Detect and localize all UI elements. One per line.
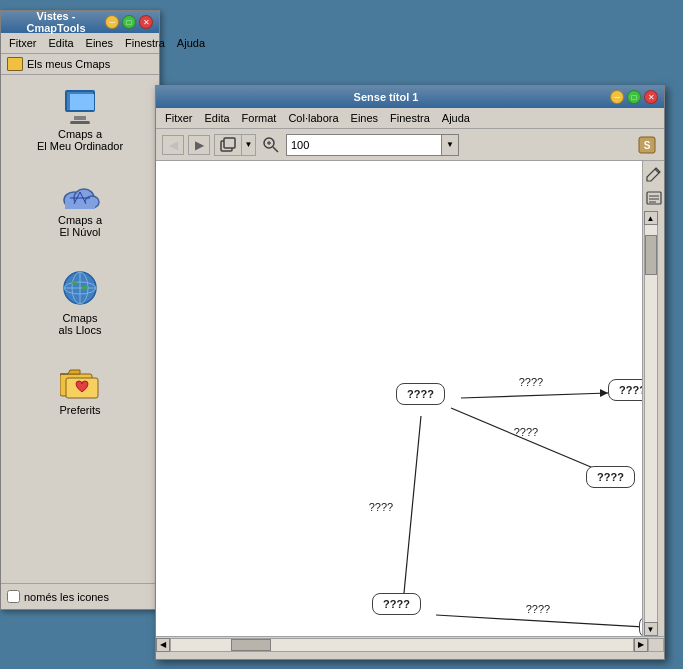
vistes-titlebar: Vistes - CmapTools ─ □ ✕ xyxy=(1,11,159,33)
folder-label: Els meus Cmaps xyxy=(27,58,110,70)
svg-line-27 xyxy=(404,416,421,593)
svg-line-25 xyxy=(451,408,598,470)
sense-menu-edita[interactable]: Edita xyxy=(200,110,235,126)
svg-rect-3 xyxy=(65,202,95,209)
sense-canvas[interactable]: ???? ???? ???? ???? ???? ???? xyxy=(156,161,642,636)
vistes-maximize-btn[interactable]: □ xyxy=(122,15,136,29)
vistes-menubar: Fitxer Edita Eines Finestra Ajuda xyxy=(1,33,159,54)
svg-text:S: S xyxy=(644,140,651,151)
only-icons-label[interactable]: només les icones xyxy=(24,591,109,603)
scroll-thumb-h[interactable] xyxy=(231,639,271,651)
vistes-close-btn[interactable]: ✕ xyxy=(139,15,153,29)
folder-icon xyxy=(7,57,23,71)
sense-title: Sense títol 1 xyxy=(162,91,610,103)
scroll-right-button[interactable]: ▶ xyxy=(634,638,648,652)
scroll-track-v[interactable] xyxy=(644,225,658,622)
nav-item-favorites-label: Preferits xyxy=(60,404,101,416)
vistes-window: Vistes - CmapTools ─ □ ✕ Fitxer Edita Ei… xyxy=(0,10,160,610)
computer-icon xyxy=(60,90,100,124)
svg-text:????: ???? xyxy=(519,376,543,388)
nav-item-globe-label: Cmapsals Llocs xyxy=(59,312,102,336)
cmap-node-1[interactable]: ???? xyxy=(396,383,445,405)
vistes-title: Vistes - CmapTools xyxy=(7,10,105,34)
scroll-up-button[interactable]: ▲ xyxy=(644,211,658,225)
style-icon[interactable]: S xyxy=(636,134,658,156)
sense-menu-ajuda[interactable]: Ajuda xyxy=(437,110,475,126)
zoom-dropdown-arrow[interactable]: ▼ xyxy=(441,134,459,156)
copy-btn-group: ▼ xyxy=(214,134,256,156)
scroll-corner xyxy=(648,638,664,652)
sense-menubar: Fitxer Edita Format Col·labora Eines Fin… xyxy=(156,108,664,129)
vistes-nav-content: Cmaps aEl Meu Ordinador Cmaps aEl Núvol xyxy=(1,75,159,431)
vertical-scrollbar: ▲ ▼ xyxy=(642,211,658,636)
pencil-icon[interactable] xyxy=(644,164,664,184)
side-icons-panel xyxy=(642,161,664,211)
svg-text:????: ???? xyxy=(514,426,538,438)
nav-item-globe[interactable]: Cmapsals Llocs xyxy=(20,263,140,341)
list-icon[interactable] xyxy=(644,188,664,208)
sense-menu-eines[interactable]: Eines xyxy=(346,110,384,126)
svg-text:????: ???? xyxy=(369,501,393,513)
sense-close-btn[interactable]: ✕ xyxy=(644,90,658,104)
sense-menu-finestra[interactable]: Finestra xyxy=(385,110,435,126)
scroll-track-h[interactable] xyxy=(170,638,634,652)
scroll-down-button[interactable]: ▼ xyxy=(644,622,658,636)
cmap-node-4[interactable]: ???? xyxy=(372,593,421,615)
scroll-left-button[interactable]: ◀ xyxy=(156,638,170,652)
cmap-node-2[interactable]: ???? xyxy=(608,379,642,401)
sense-menu-format[interactable]: Format xyxy=(237,110,282,126)
vistes-footer: només les icones xyxy=(1,583,159,609)
svg-marker-23 xyxy=(600,389,608,397)
svg-rect-15 xyxy=(224,138,235,148)
only-icons-checkbox[interactable] xyxy=(7,590,20,603)
vistes-menu-finestra[interactable]: Finestra xyxy=(121,35,169,51)
cloud-icon xyxy=(60,182,100,210)
forward-button[interactable]: ▶ xyxy=(188,135,210,155)
svg-line-22 xyxy=(461,393,608,398)
canvas-area: ???? ???? ???? ???? ???? ???? xyxy=(156,161,664,652)
sense-titlebar: Sense títol 1 ─ □ ✕ xyxy=(156,86,664,108)
cmap-node-5[interactable]: ???? xyxy=(639,616,642,636)
sense-window: Sense títol 1 ─ □ ✕ Fitxer Edita Format … xyxy=(155,85,665,660)
vistes-folder-bar: Els meus Cmaps xyxy=(1,54,159,75)
svg-line-29 xyxy=(436,615,642,627)
horizontal-scrollbar: ◀ ▶ xyxy=(156,636,664,652)
vistes-menu-edita[interactable]: Edita xyxy=(45,35,78,51)
globe-icon xyxy=(60,268,100,308)
vistes-menu-fitxer[interactable]: Fitxer xyxy=(5,35,41,51)
sense-menu-collabora[interactable]: Col·labora xyxy=(283,110,343,126)
copy-button[interactable] xyxy=(214,134,242,156)
svg-text:????: ???? xyxy=(526,603,550,615)
favorites-icon xyxy=(60,366,100,400)
sense-maximize-btn[interactable]: □ xyxy=(627,90,641,104)
vistes-minimize-btn[interactable]: ─ xyxy=(105,15,119,29)
sense-menu-fitxer[interactable]: Fitxer xyxy=(160,110,198,126)
zoom-input[interactable]: 100 xyxy=(286,134,441,156)
sense-win-controls: ─ □ ✕ xyxy=(610,90,658,104)
nav-item-computer-label: Cmaps aEl Meu Ordinador xyxy=(37,128,123,152)
zoom-select-group: 100 ▼ xyxy=(286,134,459,156)
canvas-row: ???? ???? ???? ???? ???? ???? xyxy=(156,161,664,636)
sense-toolbar: ◀ ▶ ▼ 100 ▼ xyxy=(156,129,664,161)
right-panel: ▲ ▼ xyxy=(642,161,664,636)
nav-item-favorites[interactable]: Preferits xyxy=(20,361,140,421)
sense-minimize-btn[interactable]: ─ xyxy=(610,90,624,104)
vistes-win-controls: ─ □ ✕ xyxy=(105,15,153,29)
vistes-menu-eines[interactable]: Eines xyxy=(82,35,118,51)
nav-item-cloud[interactable]: Cmaps aEl Núvol xyxy=(20,177,140,243)
cmap-node-3[interactable]: ???? xyxy=(586,466,635,488)
nav-item-computer[interactable]: Cmaps aEl Meu Ordinador xyxy=(20,85,140,157)
copy-dropdown-arrow[interactable]: ▼ xyxy=(242,134,256,156)
back-button[interactable]: ◀ xyxy=(162,135,184,155)
zoom-icon xyxy=(260,135,282,155)
nav-item-cloud-label: Cmaps aEl Núvol xyxy=(58,214,102,238)
scroll-thumb-v[interactable] xyxy=(645,235,657,275)
vistes-menu-ajuda[interactable]: Ajuda xyxy=(173,35,209,51)
svg-line-17 xyxy=(273,147,278,152)
